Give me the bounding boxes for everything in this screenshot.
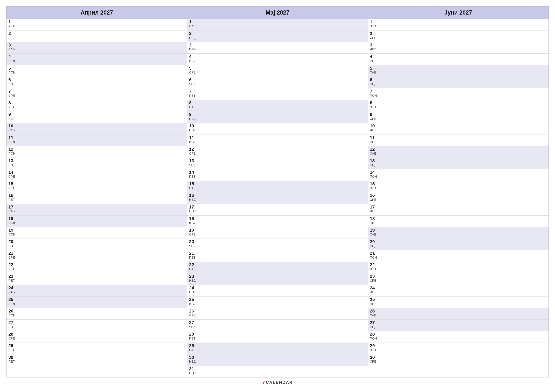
- day-row: 1ЧЕТ: [7, 19, 187, 30]
- day-name: ПОН: [189, 209, 366, 213]
- day-number: 15: [370, 181, 547, 186]
- day-name: НЕД: [370, 163, 547, 167]
- day-row: 20ЧЕТ: [187, 239, 368, 250]
- day-number: 14: [189, 170, 366, 175]
- day-name: НЕД: [189, 117, 366, 121]
- day-number: 8: [8, 100, 185, 106]
- day-number: 21: [370, 251, 547, 256]
- day-row: 7ПЕТ: [187, 88, 368, 100]
- day-row: 12САБ: [368, 146, 548, 158]
- month-header-1: Мај 2027: [187, 7, 368, 19]
- month-header-0: Април 2027: [7, 7, 187, 19]
- day-name: СРЕ: [8, 94, 185, 97]
- day-number: 23: [370, 274, 547, 279]
- day-number: 20: [8, 239, 185, 244]
- calendar-container: Април 20271ЧЕТ2ПЕТ3САБ4НЕД5ПОН6ВТО7СРЕ8Ч…: [0, 0, 555, 392]
- day-name: СРЕ: [189, 71, 366, 74]
- day-row: 26САБ: [368, 308, 548, 320]
- day-number: 14: [370, 170, 547, 175]
- day-name: СРЕ: [8, 337, 185, 340]
- day-number: 15: [8, 181, 185, 186]
- day-number: 15: [189, 181, 366, 186]
- day-number: 4: [370, 54, 547, 59]
- day-row: 1САБ: [187, 19, 368, 30]
- day-name: СРЕ: [370, 360, 547, 363]
- day-name: СРЕ: [370, 117, 547, 121]
- day-row: 17ЧЕТ: [368, 204, 548, 216]
- footer-seven: 7: [262, 380, 265, 385]
- day-number: 8: [370, 100, 547, 106]
- day-name: НЕД: [8, 302, 185, 306]
- day-row: 26СРЕ: [187, 308, 368, 320]
- day-name: ПОН: [370, 256, 547, 259]
- day-row: 16ПЕТ: [7, 192, 187, 204]
- day-number: 12: [8, 147, 185, 152]
- day-number: 11: [8, 135, 185, 140]
- day-row: 19ПОН: [7, 227, 187, 239]
- day-row: 24ПОН: [187, 285, 368, 297]
- day-name: НЕД: [370, 244, 547, 248]
- day-row: 14ПЕТ: [187, 169, 368, 181]
- day-row: 13НЕД: [368, 158, 548, 169]
- day-name: ВТО: [370, 267, 547, 271]
- day-name: ПОН: [189, 371, 366, 375]
- days-list-1: 1САБ2НЕД3ПОН4ВТО5СРЕ6ЧЕТ7ПЕТ8САБ9НЕД10ПО…: [187, 19, 368, 377]
- day-name: НЕД: [370, 325, 547, 329]
- day-number: 10: [8, 124, 185, 128]
- day-name: ВТО: [189, 140, 366, 143]
- month-header-2: Јуни 2027: [368, 7, 548, 19]
- day-row: 30НЕД: [187, 354, 368, 366]
- day-number: 18: [8, 216, 185, 221]
- day-name: НЕД: [189, 279, 366, 282]
- day-number: 5: [8, 66, 185, 71]
- day-row: 11ПЕТ: [368, 135, 548, 146]
- day-number: 11: [189, 135, 366, 140]
- day-name: САБ: [189, 267, 366, 271]
- day-number: 29: [370, 343, 547, 348]
- day-number: 13: [370, 158, 547, 163]
- day-row: 29ЧЕТ: [7, 343, 187, 354]
- day-name: НЕД: [189, 198, 366, 201]
- day-name: ВТО: [370, 348, 547, 352]
- footer: 7 CALENDAR: [6, 378, 549, 386]
- day-row: 17ПОН: [187, 204, 368, 216]
- day-number: 9: [370, 112, 547, 117]
- day-name: СРЕ: [370, 279, 547, 282]
- day-name: ВТО: [8, 163, 185, 167]
- day-row: 18НЕД: [7, 216, 187, 227]
- day-name: ПОН: [8, 152, 185, 155]
- day-number: 26: [370, 309, 547, 314]
- day-row: 27ВТО: [7, 320, 187, 331]
- day-name: ВТО: [8, 325, 185, 329]
- day-name: САБ: [8, 209, 185, 213]
- day-number: 13: [189, 158, 366, 163]
- day-row: 21ПОН: [368, 250, 548, 262]
- day-row: 4ВТО: [187, 54, 368, 65]
- day-name: ЧЕТ: [8, 106, 185, 109]
- day-row: 2СРЕ: [368, 30, 548, 42]
- day-row: 10ПОН: [187, 123, 368, 135]
- day-number: 20: [370, 239, 547, 244]
- day-name: ЧЕТ: [370, 48, 547, 51]
- day-row: 23СРЕ: [368, 273, 548, 285]
- day-name: ПЕТ: [189, 256, 366, 259]
- day-row: 5СРЕ: [187, 65, 368, 77]
- day-row: 31ПОН: [187, 366, 368, 377]
- day-number: 2: [8, 31, 185, 36]
- day-name: САБ: [8, 48, 185, 51]
- day-name: САБ: [8, 128, 185, 132]
- day-number: 3: [189, 43, 366, 48]
- day-row: 25ПЕТ: [368, 297, 548, 308]
- day-name: ВТО: [370, 106, 547, 109]
- day-number: 30: [8, 355, 185, 360]
- day-number: 4: [189, 54, 366, 59]
- day-row: 6ВТО: [7, 77, 187, 88]
- day-name: ПЕТ: [8, 36, 185, 40]
- day-name: СРЕ: [8, 175, 185, 178]
- day-row: 3ПОН: [187, 42, 368, 54]
- day-row: 8ВТО: [368, 100, 548, 111]
- day-number: 13: [8, 158, 185, 163]
- day-row: 6ЧЕТ: [187, 77, 368, 88]
- day-row: 9СРЕ: [368, 111, 548, 123]
- day-name: САБ: [8, 290, 185, 294]
